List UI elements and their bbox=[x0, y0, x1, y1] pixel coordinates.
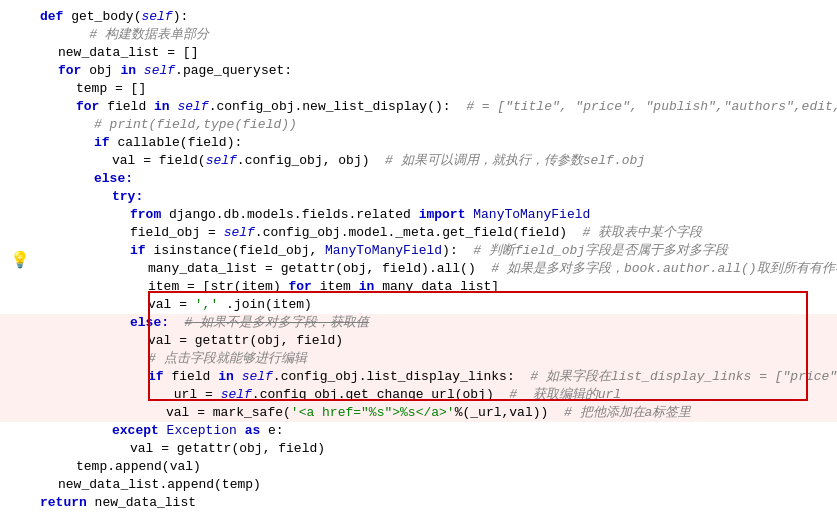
code-line-2: # 构建数据表单部分 bbox=[0, 26, 837, 44]
code-line-14: if isinstance(field_obj, ManyToManyField… bbox=[0, 242, 837, 260]
code-line-12: from django.db.models.fields.related imp… bbox=[0, 206, 837, 224]
code-line-21: if field in self.config_obj.list_display… bbox=[0, 368, 837, 386]
code-line-3: new_data_list = [] bbox=[0, 44, 837, 62]
code-line-11: try: bbox=[0, 188, 837, 206]
code-line-24: except Exception as e: bbox=[0, 422, 837, 440]
code-line-8: if callable(field): bbox=[0, 134, 837, 152]
bulb-icon: 💡 bbox=[10, 250, 30, 270]
code-line-22: _url = self.config_obj.get_change_url(ob… bbox=[0, 386, 837, 404]
code-line-23: val = mark_safe('<a href="%s">%s</a>'%(_… bbox=[0, 404, 837, 422]
function-name: get_body bbox=[71, 8, 133, 26]
code-line-10: else: bbox=[0, 170, 837, 188]
code-line-15: many_data_list = getattr(obj, field).all… bbox=[0, 260, 837, 278]
code-line-16: item = [str(item) for item in many_data_… bbox=[0, 278, 837, 296]
code-line-26: temp.append(val) bbox=[0, 458, 837, 476]
code-line-5: temp = [] bbox=[0, 80, 837, 98]
code-line-20: # 点击字段就能够进行编辑 bbox=[0, 350, 837, 368]
code-line-7: # print(field,type(field)) bbox=[0, 116, 837, 134]
code-line-19: val = getattr(obj, field) bbox=[0, 332, 837, 350]
code-line-6: for field in self.config_obj.new_list_di… bbox=[0, 98, 837, 116]
keyword-def: def bbox=[40, 8, 71, 26]
code-line-17: val = ',' .join(item) bbox=[0, 296, 837, 314]
code-line-27: new_data_list.append(temp) bbox=[0, 476, 837, 494]
code-line-4: for obj in self.page_queryset: bbox=[0, 62, 837, 80]
code-line-18: else: # 如果不是多对多字段，获取值 bbox=[0, 314, 837, 332]
code-line-25: val = getattr(obj, field) bbox=[0, 440, 837, 458]
code-line-13: field_obj = self.config_obj.model._meta.… bbox=[0, 224, 837, 242]
code-line-9: val = field(self.config_obj, obj) # 如果可以… bbox=[0, 152, 837, 170]
code-editor: 💡 def get_body(self): # 构建数据表单部分 new_dat… bbox=[0, 0, 837, 530]
code-line-28: return new_data_list bbox=[0, 494, 837, 512]
code-line-1: def get_body(self): bbox=[0, 8, 837, 26]
